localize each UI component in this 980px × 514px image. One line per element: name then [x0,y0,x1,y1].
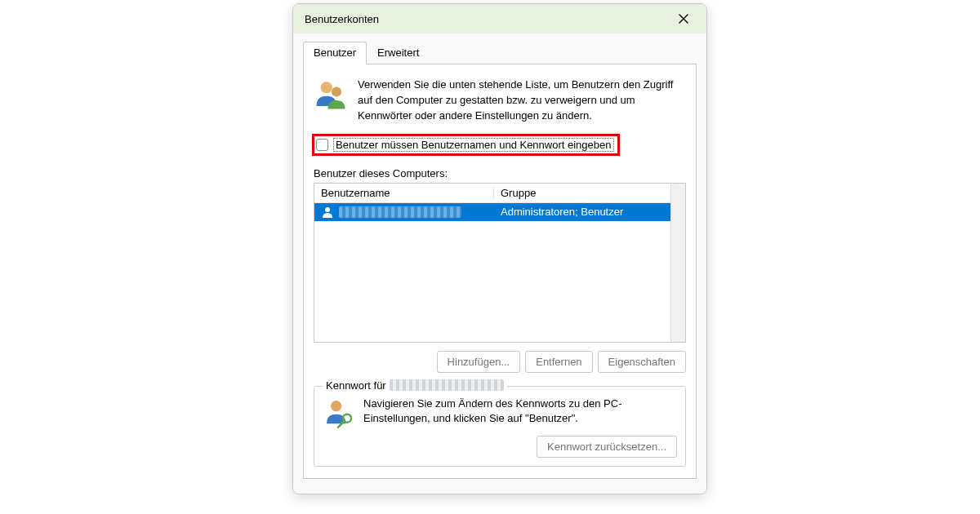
svg-point-3 [331,401,341,411]
users-listbox[interactable]: Benutzername Gruppe Administratoren; Ben… [314,183,686,343]
user-row-group: Administratoren; Benutzer [494,206,670,218]
dialog-body: Benutzer Erweitert Verwenden Sie die unt… [293,33,706,494]
svg-point-1 [332,86,341,96]
add-button[interactable]: Hinzufügen... [437,351,521,373]
tabstrip: Benutzer Erweitert [303,42,697,64]
tab-panel-users: Verwenden Sie die unten stehende Liste, … [303,64,697,479]
scrollbar[interactable] [670,184,685,342]
titlebar[interactable]: Benutzerkonten [293,4,706,33]
key-user-icon [323,397,355,429]
tab-advanced[interactable]: Erweitert [367,42,430,64]
require-login-checkbox[interactable] [316,139,328,151]
users-list-label: Benutzer dieses Computers: [314,167,686,179]
remove-button[interactable]: Entfernen [525,351,592,373]
users-icon [314,78,348,112]
close-icon [679,14,688,24]
user-buttons: Hinzufügen... Entfernen Eigenschaften [314,351,686,373]
password-legend-prefix: Kennwort für [326,379,386,392]
password-text: Navigieren Sie zum Ändern des Kennworts … [363,397,677,428]
password-fieldset: Kennwort für Navigieren Sie zum Ändern d… [314,386,686,467]
svg-point-2 [325,207,330,212]
user-accounts-dialog: Benutzerkonten Benutzer Erweitert Verwen… [292,3,707,494]
require-login-label[interactable]: Benutzer müssen Benutzernamen und Kennwo… [333,138,614,152]
intro-row: Verwenden Sie die unten stehende Liste, … [314,78,686,124]
svg-point-0 [321,82,332,93]
reset-password-button[interactable]: Kennwort zurücksetzen... [537,436,677,458]
close-button[interactable] [666,7,702,31]
user-row-username [339,206,461,218]
users-list-header: Benutzername Gruppe [314,184,670,203]
password-legend-user [390,379,504,391]
user-row[interactable]: Administratoren; Benutzer [314,203,670,221]
properties-button[interactable]: Eigenschaften [598,351,686,373]
tab-users[interactable]: Benutzer [303,42,367,64]
column-group[interactable]: Gruppe [494,187,670,199]
password-legend: Kennwort für [323,379,507,392]
intro-text: Verwenden Sie die unten stehende Liste, … [358,78,686,124]
user-icon [321,206,334,219]
window-title: Benutzerkonten [305,13,379,25]
column-username[interactable]: Benutzername [314,187,494,199]
require-login-row: Benutzer müssen Benutzernamen und Kennwo… [312,134,620,156]
